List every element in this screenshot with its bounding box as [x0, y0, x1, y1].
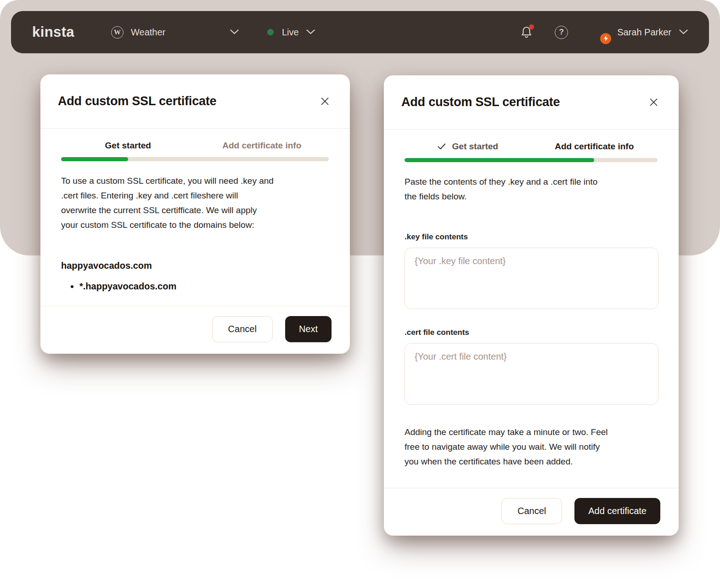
subdomain-item: *.happyavocados.com: [79, 279, 330, 293]
progress-bar: [405, 158, 658, 162]
wordpress-icon: W: [111, 26, 124, 39]
site-name: Weather: [131, 27, 165, 38]
chevron-down-icon[interactable]: [679, 28, 688, 36]
user-name[interactable]: Sarah Parker: [617, 27, 671, 38]
user-avatar[interactable]: [588, 22, 609, 43]
kinsta-logo: kinsta: [32, 24, 74, 40]
cancel-button[interactable]: Cancel: [501, 498, 562, 524]
progress-fill: [405, 158, 594, 162]
environment-name: Live: [282, 27, 299, 38]
domain-name: happyavocados.com: [61, 258, 330, 273]
modal-title: Add custom SSL certificate: [58, 94, 216, 108]
live-status-dot: [267, 29, 274, 35]
step-add-certificate-info: Add certificate info: [531, 141, 658, 152]
note-text: Adding the certificate may take a minute…: [405, 425, 658, 469]
subdomain-list: *.happyavocados.com: [61, 279, 330, 293]
chevron-down-icon: [306, 28, 315, 36]
lightning-badge-icon: [600, 33, 611, 44]
close-icon: [650, 98, 658, 106]
wizard-steps: Get started Add certificate info: [384, 130, 679, 162]
intro-text: To use a custom SSL certificate, you wil…: [61, 174, 330, 232]
environment-selector-dropdown[interactable]: Live: [267, 27, 315, 38]
progress-fill: [61, 157, 128, 161]
cert-file-label: .cert file contents: [405, 328, 658, 337]
step-get-started-completed: Get started: [405, 141, 531, 152]
add-certificate-button[interactable]: Add certificate: [574, 498, 660, 524]
wizard-steps: Get started Add certificate info: [40, 129, 350, 161]
close-button[interactable]: [318, 95, 332, 108]
key-file-label: .key file contents: [405, 232, 658, 242]
close-button[interactable]: [647, 96, 660, 109]
notification-badge: [529, 24, 534, 29]
check-icon: [438, 143, 446, 150]
next-button[interactable]: Next: [285, 316, 332, 342]
cancel-button[interactable]: Cancel: [212, 316, 273, 342]
ssl-modal-step2: Add custom SSL certificate Get started A…: [384, 75, 679, 536]
progress-bar: [61, 157, 329, 161]
notifications-button[interactable]: [520, 26, 533, 39]
ssl-modal-step1: Add custom SSL certificate Get started A…: [40, 74, 350, 354]
key-file-input[interactable]: [405, 248, 658, 309]
intro-text: Paste the contents of they .key and a .c…: [405, 175, 658, 204]
chevron-down-icon: [230, 28, 239, 36]
help-icon[interactable]: ?: [555, 26, 568, 39]
step-add-certificate-info: Add certificate info: [195, 141, 329, 151]
step-get-started: Get started: [61, 141, 195, 151]
close-icon: [321, 97, 329, 105]
cert-file-input[interactable]: [405, 343, 658, 405]
site-selector-dropdown[interactable]: W Weather: [111, 26, 239, 39]
modal-title: Add custom SSL certificate: [401, 95, 560, 109]
top-navigation-bar: kinsta W Weather Live ? Sarah P: [11, 11, 709, 53]
